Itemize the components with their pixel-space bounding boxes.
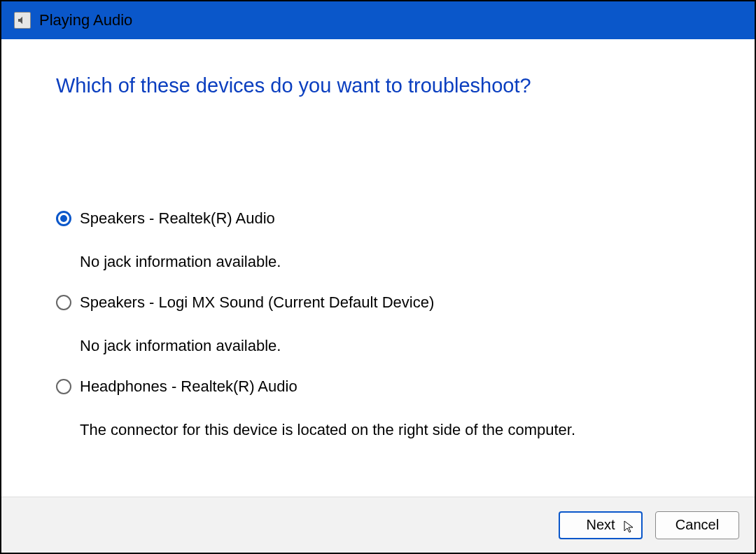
cancel-button[interactable]: Cancel — [655, 511, 739, 539]
device-label: Speakers - Realtek(R) Audio — [80, 209, 275, 228]
device-sub: No jack information available. — [80, 337, 706, 355]
cancel-button-label: Cancel — [676, 517, 719, 533]
device-option-2[interactable]: Headphones - Realtek(R) Audio — [56, 378, 706, 396]
device-list: Speakers - Realtek(R) Audio No jack info… — [56, 209, 706, 462]
next-button[interactable]: Next — [559, 511, 643, 539]
page-heading: Which of these devices do you want to tr… — [56, 74, 706, 97]
radio-icon[interactable] — [56, 295, 71, 310]
cursor-icon — [623, 520, 637, 534]
footer: Next Cancel — [1, 497, 755, 553]
device-label: Speakers - Logi MX Sound (Current Defaul… — [80, 293, 434, 312]
device-option-0[interactable]: Speakers - Realtek(R) Audio — [56, 209, 706, 228]
device-sub: No jack information available. — [80, 253, 706, 271]
radio-icon[interactable] — [56, 379, 71, 394]
speaker-icon — [14, 12, 31, 29]
titlebar: Playing Audio — [1, 1, 755, 39]
troubleshooter-window: Playing Audio Which of these devices do … — [0, 0, 756, 554]
content-area: Which of these devices do you want to tr… — [1, 39, 755, 497]
titlebar-title: Playing Audio — [39, 11, 132, 29]
next-button-label: Next — [586, 517, 615, 533]
device-label: Headphones - Realtek(R) Audio — [80, 378, 298, 396]
radio-icon[interactable] — [56, 211, 71, 226]
device-option-1[interactable]: Speakers - Logi MX Sound (Current Defaul… — [56, 293, 706, 312]
device-sub: The connector for this device is located… — [80, 421, 706, 439]
